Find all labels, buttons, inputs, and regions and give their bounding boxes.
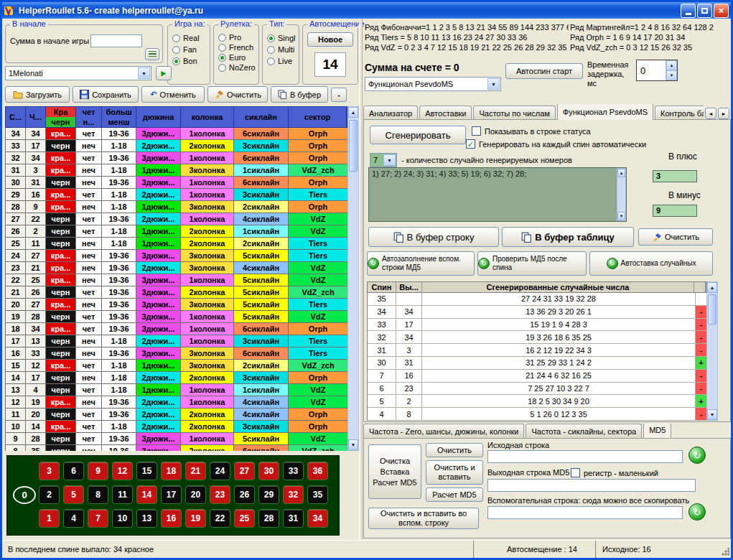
history-row[interactable]: 1633черннеч19-363дюжи...3колонка6сиклайн… [6,347,348,360]
radio-option-live[interactable]: Live [267,57,297,65]
history-row[interactable]: 1834кра...чет19-363дюжи...1колонка6сикла… [6,323,348,335]
generated-row[interactable]: 331715 19 1 9 4 28 3- [368,319,707,332]
radio-option-french[interactable]: French [218,43,257,52]
board-number-2[interactable]: 2 [39,485,60,504]
scroll-up-icon[interactable]: ▲ [348,107,358,118]
auto-generate-checkbox[interactable]: ✓ Генерировать на каждый спин автоматиче… [466,139,646,149]
load-button[interactable]: Загрузить [5,86,70,103]
buffer-table-button[interactable]: В буфер таблицу [502,227,634,247]
scroll-up-icon[interactable]: ▲ [617,169,625,177]
list-button[interactable] [145,48,159,60]
md5-helper-input[interactable] [487,506,683,519]
history-row[interactable]: 262чернчет1-181дюжи...2колонка1сиклайнVd… [6,225,348,238]
board-number-16[interactable]: 16 [161,509,182,528]
md5-out-input[interactable] [487,479,696,492]
board-number-18[interactable]: 18 [161,462,182,480]
history-row[interactable]: 835черннеч19-363дюжи...2колонка6сиклайнV… [6,445,348,451]
generate-button[interactable]: Сгенерировать [370,126,466,144]
generated-row[interactable]: 485 1 26 0 12 3 35- [368,408,707,421]
board-number-12[interactable]: 12 [112,462,133,480]
md5-source-refresh-button[interactable]: ↻ [688,447,706,464]
md5-clear-paste-helper-button[interactable]: Очистить и вставить во вспом. строку [368,508,479,529]
spinner-down-icon[interactable]: ▼ [666,70,677,80]
board-number-0[interactable]: 0 [13,486,36,504]
board-number-30[interactable]: 30 [258,462,279,480]
function-select[interactable]: Функционал PsevdoMS ▼ [365,77,501,91]
history-row[interactable]: 1928чернчет19-363дюжи...1колонка5сиклайн… [6,311,348,323]
history-row[interactable]: 2722чернчет19-362дюжи...1колонка4сиклайн… [6,213,348,225]
history-row[interactable]: 289кра...неч1-181дюжи...3колонка2сиклайн… [6,201,348,213]
history-row[interactable]: 2321кра...неч19-362дюжи...3колонка4сикла… [6,262,348,274]
scrollbar-thumb[interactable] [708,294,716,325]
generated-row[interactable]: 3527 24 31 33 19 32 28 [368,293,707,306]
history-row[interactable]: 2126чернчет19-363дюжи...2колонка5сиклайн… [6,286,348,299]
generated-row[interactable]: 31316 2 12 19 22 34 3- [368,344,707,357]
spinner-up-icon[interactable]: ▲ [666,60,677,70]
chevron-down-icon[interactable]: ▼ [487,78,500,90]
clear-button[interactable]: Очистить [207,86,268,103]
board-number-15[interactable]: 15 [136,462,157,480]
board-number-7[interactable]: 7 [88,509,108,528]
history-row[interactable]: 2027кра...неч19-363дюжи...3колонка5сикла… [6,299,348,311]
radio-option-fan[interactable]: Fan [172,45,208,54]
board-number-11[interactable]: 11 [112,485,133,504]
board-number-22[interactable]: 22 [210,509,230,528]
tab-md5[interactable]: MD5 [643,424,671,438]
scroll-down-icon[interactable]: ▼ [348,439,358,450]
board-number-32[interactable]: 32 [283,485,304,504]
board-number-3[interactable]: 3 [39,462,60,480]
board-number-24[interactable]: 24 [210,462,230,480]
board-number-10[interactable]: 10 [112,509,133,528]
board-number-34[interactable]: 34 [307,509,328,528]
generated-row[interactable]: 6237 25 27 10 3 22 7- [368,383,707,396]
check-md5-button[interactable]: ↻ Проверить МД5 после спина [477,251,587,276]
board-number-8[interactable]: 8 [88,485,108,504]
maximize-button[interactable] [697,4,712,18]
new-button[interactable]: Новое [307,32,353,47]
resize-grip[interactable] [721,548,729,556]
md5-helper-refresh-button[interactable]: ↻ [688,503,706,521]
history-row[interactable]: 2225кра...неч19-363дюжи...1колонка5сикла… [6,274,348,286]
history-scrollbar[interactable]: ▲ ▼ [347,106,359,451]
generated-row[interactable]: 323419 3 26 18 6 35 25- [368,331,707,344]
tab-автоставки[interactable]: Автоставки [419,106,472,120]
autospin-button[interactable]: Автоспин старт [505,63,583,79]
board-number-33[interactable]: 33 [283,462,304,480]
delay-value[interactable]: 0 [637,60,666,80]
autofill-md5-button[interactable]: ↻ Автозаполнение вспом. строки МД5 [367,251,475,276]
radio-option-multi[interactable]: Multi [267,45,297,54]
history-row[interactable]: 1713черннеч1-182дюжи...1колонка3сиклайнT… [6,335,348,347]
radio-option-pro[interactable]: Pro [218,33,257,42]
md5-calc-button[interactable]: Расчет MD5 [426,487,483,502]
history-row[interactable]: 3031черннеч19-363дюжи...1колонка6сиклайн… [6,177,348,189]
scroll-down-icon[interactable]: ▼ [617,212,625,220]
buffer-button[interactable]: В буфер [271,86,328,103]
minus-button[interactable]: - [331,88,347,102]
tab-частоты-по-числам[interactable]: Частоты по числам [473,106,555,120]
board-number-23[interactable]: 23 [210,485,230,504]
tab-анализатор[interactable]: Анализатор [363,106,418,120]
autobet-button[interactable]: ↻ Автоставка случайных [589,251,713,276]
board-number-20[interactable]: 20 [185,485,206,504]
board-number-21[interactable]: 21 [185,462,206,480]
board-number-17[interactable]: 17 [161,485,182,504]
board-number-13[interactable]: 13 [136,509,157,528]
tab-функционал-psevdoms[interactable]: Функционал PsevdoMS [557,104,653,120]
scrollbar-thumb[interactable] [349,120,358,172]
board-number-9[interactable]: 9 [88,462,108,480]
radio-option-bon[interactable]: Bon [172,57,208,65]
buffer-line-button[interactable]: В буфер строку [368,227,499,247]
history-row[interactable]: 134чернчет1-181дюжи...1колонка1сиклайнVd… [6,384,348,396]
tab-частота-сиклайны-сектора[interactable]: Частота - сиклайны, сектора [526,424,642,438]
generated-row[interactable]: 343413 36 29 3 20 26 1- [368,306,707,319]
history-row[interactable]: 1417черннеч1-182дюжи...2колонка3сиклайнO… [6,372,348,384]
generated-numbers-text[interactable]: 1) 27; 2) 24; 3) 31; 4) 33; 5) 19; 6) 32… [368,167,627,222]
history-row[interactable]: 3317черннеч1-182дюжи...2колонка3сиклайнO… [6,140,348,152]
generated-text-scrollbar[interactable]: ▲ ▼ [617,168,626,221]
history-row[interactable]: 3234кра...чет19-363дюжи...1колонка6сикла… [6,152,348,164]
tab-scroll-right-icon[interactable]: ► [718,108,729,119]
generated-row[interactable]: 5218 2 5 30 34 9 20+ [368,395,707,408]
chevron-down-icon[interactable]: ▼ [138,67,150,79]
tab-частота-zero-шансы-дюжины-колонки[interactable]: Частота - Zero, шансы, дюжины, колонки [363,424,524,438]
close-button[interactable]: × [714,4,729,18]
